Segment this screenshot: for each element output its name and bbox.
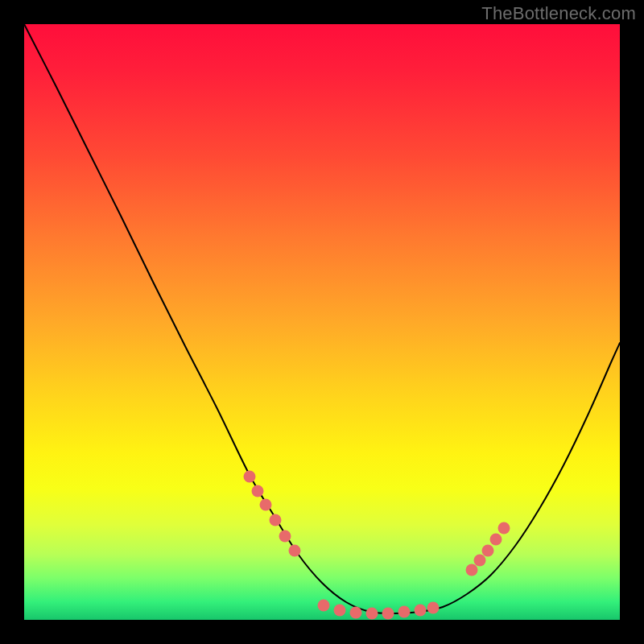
data-dot	[398, 606, 411, 618]
data-dot	[279, 530, 291, 543]
chart-frame: TheBottleneck.com	[0, 0, 644, 644]
data-dot	[350, 607, 362, 619]
data-dot	[366, 608, 378, 620]
bottleneck-curve	[24, 24, 620, 613]
data-dot	[498, 522, 510, 535]
data-dot	[289, 545, 301, 557]
data-dot	[318, 600, 330, 612]
watermark-text: TheBottleneck.com	[481, 3, 636, 24]
data-dot	[270, 514, 282, 526]
curve-layer	[24, 24, 620, 620]
data-dot	[415, 605, 427, 617]
data-dot	[466, 564, 478, 576]
data-dot	[482, 545, 494, 557]
data-dot	[252, 485, 264, 497]
data-dot	[490, 534, 502, 546]
data-dot	[427, 602, 440, 614]
data-dot	[474, 555, 486, 567]
data-dots	[244, 471, 510, 620]
data-dot	[334, 605, 346, 617]
data-dot	[244, 471, 256, 483]
data-dot	[260, 499, 272, 511]
data-dot	[382, 608, 394, 620]
plot-area	[24, 24, 620, 620]
